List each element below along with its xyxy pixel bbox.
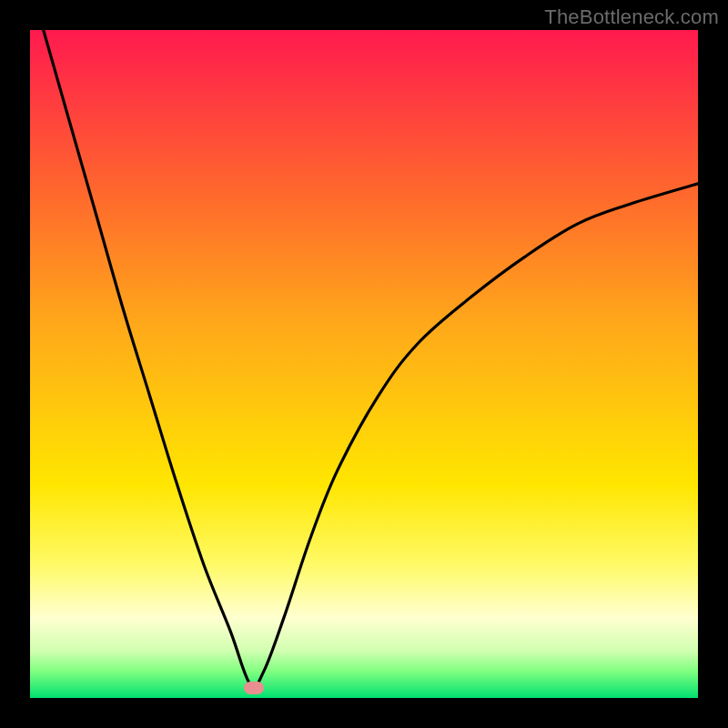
watermark-text: TheBottleneck.com [544, 5, 719, 29]
optimum-marker [244, 682, 264, 694]
bottleneck-curve [30, 30, 698, 698]
chart-plot-area [30, 30, 698, 698]
chart-frame: TheBottleneck.com [0, 0, 728, 728]
